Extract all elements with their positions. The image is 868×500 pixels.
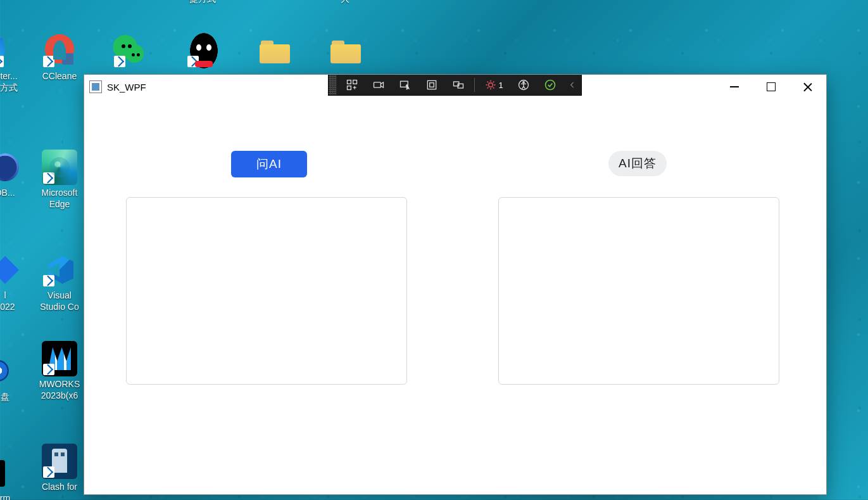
app-window: SK_WPF 1 — [84, 74, 827, 495]
shortcut-arrow-icon — [43, 275, 54, 286]
svg-rect-1 — [353, 80, 357, 84]
maximize-button[interactable] — [753, 75, 789, 99]
qq-icon — [186, 33, 222, 68]
track-icon — [452, 79, 465, 91]
vscode-icon — [42, 252, 77, 288]
minimize-button[interactable] — [716, 75, 753, 99]
question-input[interactable] — [126, 197, 407, 385]
desktop-icon-qq[interactable] — [176, 33, 232, 71]
desktop-icon-ccleaner[interactable]: CCleane — [32, 33, 87, 82]
errors-count: 1 — [498, 80, 503, 90]
layout-adorners-button[interactable] — [418, 75, 445, 95]
desktop-icon-mworks[interactable]: MWORKS 2023b(x6 — [32, 341, 87, 401]
shortcut-arrow-icon — [43, 466, 54, 478]
svg-rect-6 — [430, 83, 434, 87]
shortcut-arrow-icon — [43, 364, 54, 375]
svg-rect-3 — [374, 82, 381, 87]
desktop-icon-label: rm — [0, 493, 33, 500]
layout-icon — [425, 79, 438, 91]
svg-point-9 — [489, 83, 493, 87]
ccleaner-icon — [42, 33, 77, 68]
window-title: SK_WPF — [107, 82, 146, 93]
gear-error-icon — [484, 79, 497, 91]
clash-icon — [42, 444, 77, 479]
desktop-icon-label: CCleane — [32, 71, 87, 82]
checkmark-circle-icon — [544, 79, 557, 91]
wechat-icon — [113, 33, 148, 68]
shortcut-arrow-icon — [43, 172, 54, 184]
chevron-left-icon — [568, 80, 577, 89]
maximize-icon — [767, 82, 776, 91]
track-focus-button[interactable] — [445, 75, 472, 95]
tree-icon — [346, 79, 358, 91]
ai-answer-button[interactable]: AI回答 — [608, 151, 667, 176]
hot-reload-button[interactable] — [537, 75, 563, 95]
app-body: 问AI AI回答 — [84, 99, 826, 494]
close-icon — [803, 82, 812, 91]
desktop-icon-vs[interactable]: l 2022 — [0, 252, 33, 312]
desktop-label-remnant: 大 — [320, 0, 370, 5]
shortcut-arrow-icon — [187, 56, 199, 67]
left-column: 问AI — [117, 99, 446, 494]
shortcut-arrow-icon — [0, 56, 4, 67]
svg-rect-0 — [348, 80, 351, 84]
edge-icon — [42, 150, 77, 185]
desktop-icon-edge[interactable]: Microsoft Edge — [32, 150, 87, 210]
pointer-icon — [399, 79, 412, 91]
db-icon — [0, 150, 23, 185]
errors-button[interactable]: 1 — [477, 75, 510, 95]
desktop-icon-label: DB... — [0, 188, 33, 199]
app-icon — [89, 80, 102, 93]
minimize-icon — [730, 86, 739, 87]
accessibility-button[interactable] — [510, 75, 537, 95]
svg-rect-2 — [348, 86, 351, 90]
camera-icon — [372, 79, 385, 91]
desktop-icon-disk[interactable]: 盘 — [0, 354, 33, 403]
shortcut-arrow-icon — [43, 56, 54, 67]
camera-button[interactable] — [365, 75, 392, 95]
ask-ai-button[interactable]: 问AI — [231, 151, 307, 177]
live-visual-tree-button[interactable] — [339, 75, 365, 95]
collapse-toolbar-button[interactable] — [563, 80, 581, 89]
separator — [474, 78, 475, 92]
accessibility-icon — [517, 79, 530, 91]
disk-icon — [0, 354, 23, 389]
window-controls — [716, 75, 826, 99]
desktop-icon-label: Microsoft Edge — [32, 188, 87, 210]
desktop-icon-rm[interactable]: rm — [0, 455, 33, 500]
select-element-button[interactable] — [392, 75, 418, 95]
desktop-icon-label: 盘 — [0, 392, 33, 403]
rm-icon — [0, 455, 23, 490]
svg-point-12 — [546, 80, 555, 90]
desktop-icon-wechat[interactable] — [103, 33, 158, 71]
svg-rect-5 — [427, 80, 436, 89]
desktop-icon-vscode[interactable]: Visual Studio Co — [32, 252, 87, 312]
desktop-icon-clash[interactable]: Clash for — [32, 444, 87, 493]
app-icon — [0, 33, 27, 68]
xaml-debug-toolbar[interactable]: 1 — [328, 75, 582, 96]
desktop-icon-folder-2[interactable] — [318, 33, 374, 71]
desktop-icon-db[interactable]: DB... — [0, 150, 33, 199]
desktop-icon-label: Clash for — [32, 482, 87, 493]
desktop-icon-label: l 2022 — [0, 290, 33, 312]
mworks-icon — [42, 341, 77, 376]
visualstudio-icon — [0, 252, 23, 288]
folder-icon — [328, 33, 363, 68]
right-column: AI回答 — [489, 99, 819, 494]
folder-icon — [257, 33, 292, 68]
shortcut-arrow-icon — [114, 56, 125, 67]
close-button[interactable] — [789, 75, 826, 99]
desktop-icon-label: Visual Studio Co — [32, 290, 87, 312]
desktop-label-remnant: 捷方式 — [177, 0, 228, 5]
svg-point-11 — [523, 82, 525, 84]
answer-output[interactable] — [498, 197, 779, 385]
desktop-icon-folder-1[interactable] — [247, 33, 303, 71]
drag-grip-icon[interactable] — [329, 75, 336, 95]
desktop-icon-label: MWORKS 2023b(x6 — [32, 379, 87, 401]
